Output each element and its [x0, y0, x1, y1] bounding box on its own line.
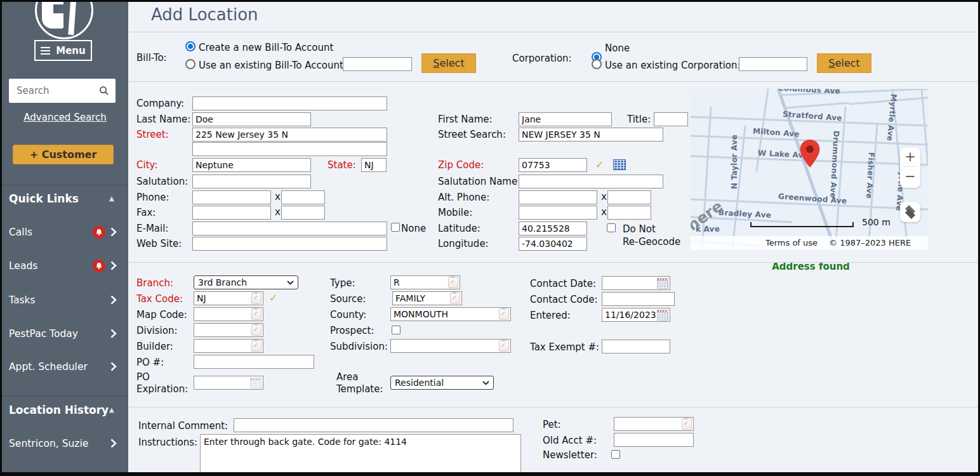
add-customer-button[interactable]: + Customer [13, 145, 114, 164]
tax-code-field[interactable]: NJ [194, 291, 263, 305]
lookup-clipboard-icon[interactable] [251, 324, 262, 336]
lookup-clipboard-icon[interactable] [251, 293, 262, 304]
branch-select[interactable]: 3rd Branch [194, 275, 298, 289]
division-field[interactable] [194, 323, 263, 337]
calendar-icon[interactable] [657, 310, 668, 321]
search-input[interactable] [15, 84, 99, 97]
collapse-arrow-icon[interactable]: ▲ [109, 406, 114, 413]
search-icon[interactable] [99, 86, 109, 96]
map-code-field[interactable] [194, 307, 263, 321]
longitude-input[interactable] [519, 237, 587, 251]
alt-phone-input[interactable] [519, 190, 597, 204]
chevron-right-icon[interactable] [110, 329, 117, 338]
instructions-textarea[interactable]: Enter through back gate. Code for gate: … [200, 434, 521, 473]
corporation-select-button[interactable]: Select [817, 53, 871, 73]
po-number-input[interactable] [194, 355, 314, 369]
map-pin-icon [798, 138, 821, 169]
collapse-arrow-icon[interactable]: ▲ [109, 195, 114, 202]
salutation-input[interactable] [192, 175, 311, 188]
street-search-input[interactable] [519, 128, 663, 142]
type-field[interactable]: R [390, 275, 460, 289]
sidebar-item-leads[interactable]: Leads [9, 260, 37, 272]
pet-field[interactable] [614, 417, 694, 431]
zip-lookup-table-icon[interactable] [613, 159, 626, 170]
calendar-icon[interactable] [250, 378, 262, 388]
corporation-existing-radio[interactable] [592, 59, 602, 69]
chevron-right-icon[interactable] [110, 227, 117, 237]
internal-comment-input[interactable] [234, 418, 513, 432]
advanced-search-link[interactable]: Advanced Search [2, 111, 128, 123]
salutation-name-input[interactable] [519, 175, 663, 188]
builder-field[interactable] [194, 339, 263, 353]
phone-input[interactable] [192, 190, 271, 204]
chevron-right-icon[interactable] [110, 439, 117, 448]
chevron-right-icon[interactable] [110, 362, 117, 371]
billto-account-input[interactable] [343, 57, 412, 71]
lookup-clipboard-icon[interactable] [682, 418, 692, 430]
sidebar-item-pestpac-today[interactable]: PestPac Today [9, 328, 78, 340]
alt-phone-ext-input[interactable] [607, 190, 651, 204]
corporation-input[interactable] [739, 57, 807, 71]
email-input[interactable] [192, 221, 387, 235]
street-input[interactable] [192, 128, 387, 142]
lookup-clipboard-icon[interactable] [251, 340, 262, 352]
mobile-ext-input[interactable] [607, 206, 651, 220]
section-divider [129, 81, 978, 82]
county-field[interactable]: MONMOUTH [390, 307, 511, 321]
chevron-down-icon [287, 281, 294, 285]
sidebar-item-appt-scheduler[interactable]: Appt. Scheduler [9, 361, 88, 373]
chevron-right-icon[interactable] [110, 295, 117, 305]
geocode-checkbox[interactable] [607, 223, 616, 232]
zip-input[interactable] [519, 158, 587, 172]
chevron-right-icon[interactable] [110, 261, 117, 270]
sidebar-item-history-sentricon[interactable]: Sentricon, Suzie [9, 438, 88, 449]
prospect-label: Prospect: [330, 325, 374, 336]
prospect-checkbox[interactable] [392, 326, 401, 334]
lookup-clipboard-icon[interactable] [251, 308, 262, 320]
sidebar-item-tasks[interactable]: Tasks [9, 294, 36, 306]
calendar-icon[interactable] [657, 278, 668, 289]
menu-label: Menu [56, 45, 85, 56]
old-acct-label: Old Acct #: [543, 435, 597, 446]
billto-existing-radio[interactable] [185, 59, 195, 69]
billto-select-button[interactable]: Select [421, 53, 476, 73]
city-input[interactable] [192, 158, 311, 172]
map-layers-button[interactable] [900, 202, 920, 222]
fax-input[interactable] [192, 206, 271, 220]
corporation-existing-label: Use an existing Corporation: [605, 60, 741, 71]
menu-button[interactable]: Menu [34, 40, 92, 61]
source-field[interactable]: FAMILY [392, 291, 462, 305]
zoom-in-button[interactable]: + [900, 147, 920, 166]
terms-of-use-link[interactable]: Terms of use [765, 238, 818, 248]
mobile-input[interactable] [519, 206, 597, 220]
title-input[interactable] [654, 112, 688, 126]
state-input[interactable] [361, 158, 387, 172]
old-acct-input[interactable] [614, 433, 694, 447]
tax-exempt-input[interactable] [602, 340, 670, 354]
billto-new-radio[interactable] [185, 41, 195, 51]
sidebar-item-calls[interactable]: Calls [9, 227, 32, 238]
contact-code-input[interactable] [602, 292, 675, 306]
phone-ext-input[interactable] [281, 190, 325, 204]
latitude-input[interactable] [519, 221, 587, 235]
po-expiration-field[interactable] [194, 376, 263, 390]
zoom-out-button[interactable]: − [900, 167, 920, 186]
lookup-clipboard-icon[interactable] [499, 340, 509, 352]
fax-ext-input[interactable] [281, 206, 325, 220]
street2-input[interactable] [192, 142, 387, 156]
entered-date-field[interactable]: 11/16/2023 [602, 308, 670, 322]
area-template-select[interactable]: Residential [390, 376, 494, 390]
map-canvas[interactable]: Columbus Ave Stratford Ave Milton Ave W … [691, 89, 928, 250]
lookup-clipboard-icon[interactable] [448, 277, 458, 288]
first-name-input[interactable] [519, 112, 612, 126]
lookup-clipboard-icon[interactable] [499, 308, 509, 320]
subdivision-field[interactable] [390, 339, 511, 353]
website-input[interactable] [192, 237, 387, 251]
last-name-input[interactable] [192, 112, 311, 126]
newsletter-checkbox[interactable] [611, 450, 620, 459]
company-input[interactable] [192, 96, 387, 110]
contact-date-field[interactable] [602, 276, 670, 290]
map-copyright: © 1987–2023 HERE [829, 238, 911, 248]
lookup-clipboard-icon[interactable] [450, 293, 460, 304]
email-none-checkbox[interactable] [391, 223, 400, 232]
